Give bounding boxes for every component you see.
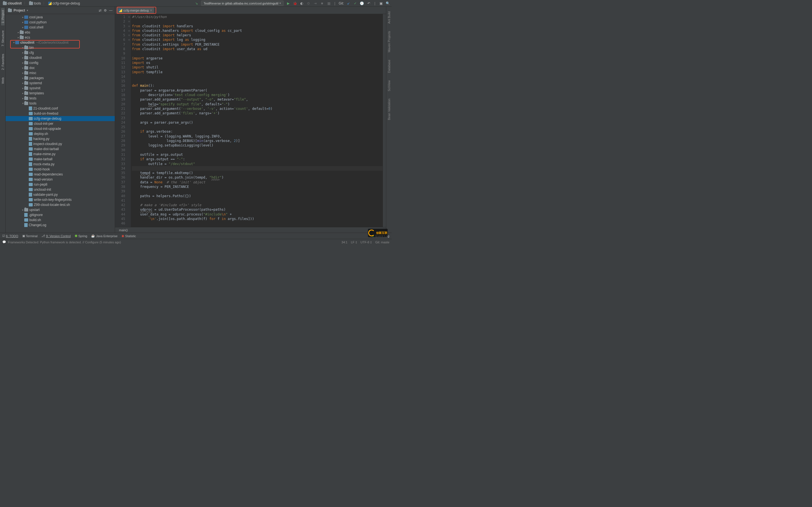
tree-item-readdependencies[interactable]: read-dependencies — [6, 172, 115, 177]
tree-item-makedisttarball[interactable]: make-dist-tarball — [6, 147, 115, 152]
tree-item-inspectcloudinitpy[interactable]: inspect-cloudinit.py — [6, 142, 115, 147]
tree-item-ecs[interactable]: ▸ecs — [6, 35, 115, 40]
python-file-icon — [119, 9, 122, 12]
scroll-from-source-icon[interactable]: ⇄ — [99, 8, 101, 12]
code-content[interactable]: #!/usr/bin/python from cloudinit import … — [131, 14, 383, 227]
line-numbers: 1234567891011121314151617181920212223242… — [115, 14, 128, 227]
git-update-icon[interactable]: ↙ — [346, 1, 351, 6]
left-tool-project[interactable]: 1: Project — [1, 8, 4, 25]
breadcrumb[interactable]: cloudinit 〉 tools 〉 ccfg-merge-debug — [2, 1, 81, 6]
left-tool-favorites[interactable]: 2: Favorites — [1, 52, 4, 72]
coverage-icon[interactable]: ◐ — [299, 1, 304, 6]
tree-item-buildonfreebsd[interactable]: build-on-freebsd — [6, 111, 115, 116]
tree-item-coolshell[interactable]: ▸cool.shell — [6, 25, 115, 30]
right-tool-beanvalidation[interactable]: Bean Validation — [388, 96, 391, 122]
tree-item-motdhook[interactable]: motd-hook — [6, 167, 115, 172]
caret-position[interactable]: 34:1 — [342, 240, 347, 244]
layout-icon[interactable]: ▦ — [326, 1, 331, 6]
revert-icon[interactable]: ↶ — [366, 1, 371, 6]
tree-item-readversion[interactable]: read-version — [6, 177, 115, 182]
status-message[interactable]: Frameworks Detected: Python framework is… — [8, 240, 121, 244]
tree-item-doc[interactable]: ▸doc — [6, 65, 115, 70]
tree-item-cloudinit[interactable]: ▸cloudinit — [6, 55, 115, 60]
tree-item-deploysh[interactable]: deploy.sh — [6, 131, 115, 136]
tree-item-hackingpy[interactable]: hacking.py — [6, 136, 115, 142]
tree-item-z99cloudlocaletestsh[interactable]: Z99-cloud-locale-test.sh — [6, 202, 115, 207]
tree-item-templates[interactable]: ▸templates — [6, 91, 115, 96]
tree-item-uncloudinit[interactable]: uncloud-init — [6, 187, 115, 192]
editor-tab[interactable]: ccfg-merge-debug × — [116, 7, 154, 14]
tree-item-runpep8[interactable]: run-pep8 — [6, 182, 115, 187]
run-icon[interactable]: ▶ — [286, 1, 290, 6]
tree-item-validateyamlpy[interactable]: validate-yaml.py — [6, 192, 115, 197]
structure-icon[interactable]: ▣ — [378, 1, 383, 6]
tree-item-upstart[interactable]: ▸upstart — [6, 207, 115, 212]
breadcrumb-root[interactable]: cloudinit — [8, 1, 22, 5]
fold-gutter[interactable]: ⊟⊡⊟⊟⊡⊡ — [128, 14, 131, 227]
git-commit-icon[interactable]: ✓ — [353, 1, 357, 6]
vcs-tool[interactable]: ⎇9: Version Control — [42, 234, 70, 238]
build-icon[interactable]: ↘ — [194, 1, 199, 6]
profiler-icon[interactable]: ⊙ — [306, 1, 311, 6]
editor-scroll-strip[interactable] — [383, 14, 386, 227]
folder-icon — [3, 2, 7, 5]
tree-item-coolpython[interactable]: ▸cool.python — [6, 20, 115, 25]
encoding[interactable]: UTF-8 ‡ — [361, 240, 372, 244]
tree-item-buildsh[interactable]: build.sh — [6, 217, 115, 223]
terminal-tool[interactable]: ▣Terminal — [22, 234, 38, 238]
line-sep[interactable]: LF ‡ — [351, 240, 357, 244]
tree-item-tests[interactable]: ▸tests — [6, 96, 115, 101]
tree-item-ebs[interactable]: ▸ebs — [6, 30, 115, 35]
tree-item-sysvinit[interactable]: ▸sysvinit — [6, 86, 115, 91]
tree-item-gitignore[interactable]: .gitignore — [6, 212, 115, 217]
tree-item-packages[interactable]: ▸packages — [6, 75, 115, 80]
tree-item-changelog[interactable]: ChangeLog — [6, 223, 115, 228]
tree-item-cloudinit[interactable]: ▾cloudinit~/Code/work/cloudinit — [6, 40, 115, 45]
folder-icon — [8, 9, 12, 12]
tree-item-mockmetapy[interactable]: mock-meta.py — [6, 162, 115, 167]
tree-item-maketarball[interactable]: make-tarball — [6, 157, 115, 162]
editor-breadcrumb[interactable]: main() — [115, 227, 386, 233]
hide-icon[interactable]: — — [109, 8, 112, 12]
tree-item-ccfgmergedebug[interactable]: ccfg-merge-debug — [6, 116, 115, 121]
spring-tool[interactable]: ⬢Spring — [75, 234, 87, 238]
attach-icon[interactable]: ⇥ — [313, 1, 317, 6]
breadcrumb-folder[interactable]: tools — [34, 1, 41, 5]
search-icon[interactable]: 🔍 — [386, 1, 390, 6]
tree-item-cooljava[interactable]: ▸cool.java — [6, 15, 115, 20]
tree-item-cfg[interactable]: ▸cfg — [6, 50, 115, 55]
editor-area[interactable]: 1234567891011121314151617181920212223242… — [115, 14, 386, 227]
tree-item-cloudinitupgrade[interactable]: cloud-init-upgrade — [6, 126, 115, 131]
left-tool-structure[interactable]: 7: Structure — [1, 28, 4, 49]
statistic-tool[interactable]: ◉Statistic — [121, 234, 136, 238]
tree-item-misc[interactable]: ▸misc — [6, 70, 115, 75]
tree-item-makemimepy[interactable]: make-mime.py — [6, 152, 115, 157]
git-label: Git: — [339, 1, 344, 5]
stop-icon[interactable]: ■ — [320, 1, 324, 6]
right-tool-mavenprojects[interactable]: Maven Projects — [388, 29, 391, 55]
git-branch[interactable]: Git: maste — [375, 240, 389, 244]
tree-item-tools[interactable]: ▾tools — [6, 101, 115, 106]
tree-item-bin[interactable]: ▸bin — [6, 45, 115, 50]
tree-item-cloudinitper[interactable]: cloud-init-per — [6, 121, 115, 126]
notification-icon[interactable]: 💬 — [2, 240, 6, 244]
right-tool-database[interactable]: Database — [388, 57, 391, 75]
close-icon[interactable]: × — [150, 8, 152, 12]
todo-tool[interactable]: ☑6: TODO — [2, 234, 18, 238]
jee-tool[interactable]: ☕Java Enterprise — [91, 234, 117, 238]
right-tool-sciview[interactable]: SciView — [388, 78, 391, 94]
history-icon[interactable]: 🕘 — [360, 1, 364, 6]
right-tool-antbuild[interactable]: Ant Build — [388, 9, 391, 26]
run-config-selector[interactable]: TestReverse in gitlab.alibaba-inc.com/co… — [201, 1, 284, 6]
tree-item-writesshkeyfingerprints[interactable]: write-ssh-key-fingerprints — [6, 197, 115, 202]
project-tree[interactable]: ▸cool.java▸cool.python▸cool.shell▸ebs▸ec… — [6, 14, 115, 233]
breadcrumb-file[interactable]: ccfg-merge-debug — [52, 1, 80, 5]
debug-icon[interactable]: 🐞 — [293, 1, 297, 6]
tree-item-21cloudinitconf[interactable]: 21-cloudinit.conf — [6, 106, 115, 111]
bottom-tool-bar: ☑6: TODO ▣Terminal ⎇9: Version Control ⬢… — [0, 233, 392, 239]
collapse-icon[interactable]: ⚙ — [104, 8, 107, 12]
sidebar-title[interactable]: Project ▾ — [8, 8, 28, 12]
tree-item-config[interactable]: ▸config — [6, 60, 115, 65]
left-tool-web[interactable]: Web — [1, 75, 4, 86]
tree-item-systemd[interactable]: ▸systemd — [6, 80, 115, 86]
